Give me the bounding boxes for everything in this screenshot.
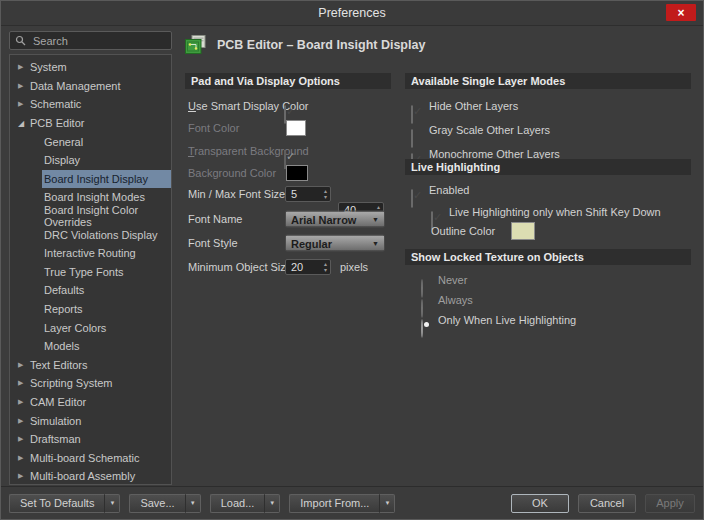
chevron-right-icon[interactable]: ▶ bbox=[18, 472, 30, 480]
sidebar-item-label: Board Insight Display bbox=[44, 173, 148, 185]
font-color-swatch[interactable] bbox=[286, 120, 306, 136]
sidebar-item-label: CAM Editor bbox=[30, 396, 86, 408]
minimum-object-size-spinner[interactable]: 20 ▴▾ bbox=[285, 259, 331, 275]
min-font-size-spinner[interactable]: 5 ▴▾ bbox=[285, 186, 331, 202]
sidebar-item-data-management[interactable]: ▶Data Management bbox=[10, 77, 171, 96]
sidebar-item-true-type-fonts[interactable]: True Type Fonts bbox=[42, 263, 171, 282]
sidebar-item-schematic[interactable]: ▶Schematic bbox=[10, 95, 171, 114]
sidebar-item-cam-editor[interactable]: ▶CAM Editor bbox=[10, 393, 171, 412]
shift-key-only-row: Live Highlighting only when Shift Key Do… bbox=[405, 203, 691, 221]
minimum-object-size-label: Minimum Object Size bbox=[188, 261, 292, 273]
sidebar-item-multi-board-assembly[interactable]: ▶Multi-board Assembly bbox=[10, 467, 171, 485]
ok-button[interactable]: OK bbox=[511, 494, 569, 513]
import-from-button[interactable]: Import From... bbox=[289, 494, 379, 513]
dialog-action-buttons: OK Cancel Apply bbox=[511, 494, 695, 513]
preferences-dialog: Preferences × ▶System ▶Data Management ▶… bbox=[0, 0, 704, 520]
section-header-live-highlighting: Live Highlighting bbox=[405, 159, 691, 175]
gray-scale-other-layers-row: Gray Scale Other Layers bbox=[405, 121, 691, 139]
save-dropdown-arrow[interactable]: ▼ bbox=[185, 494, 201, 513]
font-style-label: Font Style bbox=[188, 237, 238, 249]
load-dropdown-arrow[interactable]: ▼ bbox=[264, 494, 280, 513]
chevron-right-icon[interactable]: ▶ bbox=[18, 361, 30, 369]
min-max-font-size-label: Min / Max Font Size bbox=[188, 188, 285, 200]
apply-button: Apply bbox=[645, 494, 695, 513]
sidebar-item-defaults[interactable]: Defaults bbox=[42, 281, 171, 300]
sidebar-item-label: Board Insight Color Overrides bbox=[44, 204, 171, 228]
spinner-arrows-icon[interactable]: ▴▾ bbox=[324, 261, 327, 273]
sidebar-item-interactive-routing[interactable]: Interactive Routing bbox=[42, 244, 171, 263]
sidebar-item-display[interactable]: Display bbox=[42, 151, 171, 170]
background-color-swatch[interactable] bbox=[286, 165, 308, 181]
chevron-right-icon[interactable]: ▶ bbox=[18, 100, 30, 108]
search-box[interactable] bbox=[9, 31, 172, 50]
search-input[interactable] bbox=[31, 34, 165, 48]
font-style-value: Regular bbox=[291, 237, 332, 249]
sidebar-item-label: Data Management bbox=[30, 80, 121, 92]
sidebar-item-reports[interactable]: Reports bbox=[42, 300, 171, 319]
chevron-right-icon[interactable]: ▶ bbox=[18, 417, 30, 425]
transparent-background-row: Transparent Background bbox=[185, 142, 397, 160]
save-button[interactable]: Save... bbox=[129, 494, 184, 513]
sidebar-item-label: Text Editors bbox=[30, 359, 87, 371]
font-style-dropdown[interactable]: Regular ▼ bbox=[285, 235, 385, 252]
sidebar-item-board-insight-display[interactable]: Board Insight Display bbox=[42, 170, 171, 189]
chevron-down-icon[interactable]: ◢ bbox=[18, 119, 30, 128]
chevron-right-icon[interactable]: ▶ bbox=[18, 63, 30, 71]
use-smart-display-color-row: Use Smart Display Color bbox=[185, 97, 397, 115]
sidebar-item-drc-violations-display[interactable]: DRC Violations Display bbox=[42, 225, 171, 244]
main-panel: PCB Editor – Board Insight Display Pad a… bbox=[177, 29, 696, 486]
sidebar-item-multi-board-schematic[interactable]: ▶Multi-board Schematic bbox=[10, 448, 171, 467]
sidebar-item-label: Draftsman bbox=[30, 433, 81, 445]
page-header: PCB Editor – Board Insight Display bbox=[185, 35, 425, 54]
cancel-button[interactable]: Cancel bbox=[578, 494, 636, 513]
sidebar-item-system[interactable]: ▶System bbox=[10, 58, 171, 77]
close-button[interactable]: × bbox=[666, 4, 696, 21]
only-when-live-highlighting-label: Only When Live Highlighting bbox=[438, 314, 576, 326]
chevron-right-icon[interactable]: ▶ bbox=[18, 435, 30, 443]
outline-color-swatch[interactable] bbox=[511, 222, 535, 240]
import-from-dropdown-arrow[interactable]: ▼ bbox=[379, 494, 395, 513]
only-when-live-highlighting-radio[interactable] bbox=[421, 319, 423, 338]
sidebar-item-text-editors[interactable]: ▶Text Editors bbox=[10, 356, 171, 375]
sidebar-item-general[interactable]: General bbox=[42, 132, 171, 151]
chevron-down-icon: ▼ bbox=[372, 240, 379, 247]
sidebar-item-board-insight-color-overrides[interactable]: Board Insight Color Overrides bbox=[42, 207, 171, 226]
sidebar-item-scripting-system[interactable]: ▶Scripting System bbox=[10, 374, 171, 393]
font-name-dropdown[interactable]: Arial Narrow ▼ bbox=[285, 211, 385, 228]
chevron-down-icon: ▼ bbox=[372, 216, 379, 223]
load-button[interactable]: Load... bbox=[210, 494, 265, 513]
sidebar-item-simulation[interactable]: ▶Simulation bbox=[10, 411, 171, 430]
never-label: Never bbox=[438, 274, 467, 286]
window-title: Preferences bbox=[318, 6, 385, 20]
save-split-button: Save... ▼ bbox=[129, 494, 200, 513]
title-bar[interactable]: Preferences × bbox=[1, 1, 703, 26]
spinner-arrows-icon[interactable]: ▴▾ bbox=[324, 188, 327, 200]
chevron-down-icon: ▼ bbox=[190, 500, 196, 506]
outline-color-label: Outline Color bbox=[431, 225, 495, 237]
font-color-row: Font Color bbox=[185, 119, 397, 137]
chevron-right-icon[interactable]: ▶ bbox=[18, 379, 30, 387]
set-to-defaults-button[interactable]: Set To Defaults bbox=[9, 494, 104, 513]
sidebar-item-layer-colors[interactable]: Layer Colors bbox=[42, 318, 171, 337]
footer-bar: Set To Defaults ▼ Save... ▼ Load... ▼ Im… bbox=[1, 486, 703, 519]
sidebar-item-pcb-editor[interactable]: ◢PCB Editor bbox=[10, 114, 171, 133]
sidebar-item-models[interactable]: Models bbox=[42, 337, 171, 356]
live-highlighting-enabled-row: Enabled bbox=[405, 181, 691, 199]
sidebar-item-label: Reports bbox=[44, 303, 83, 315]
chevron-right-icon[interactable]: ▶ bbox=[18, 398, 30, 406]
min-max-font-size-row: Min / Max Font Size 5 ▴▾ 40 ▴▾ bbox=[185, 185, 397, 203]
sidebar-item-label: Simulation bbox=[30, 415, 81, 427]
chevron-right-icon[interactable]: ▶ bbox=[18, 82, 30, 90]
chevron-right-icon[interactable]: ▶ bbox=[18, 454, 30, 462]
close-icon: × bbox=[677, 7, 684, 19]
sidebar-item-draftsman[interactable]: ▶Draftsman bbox=[10, 430, 171, 449]
preferences-tree: ▶System ▶Data Management ▶Schematic ◢PCB… bbox=[9, 54, 172, 485]
font-name-label: Font Name bbox=[188, 213, 242, 225]
sidebar-item-label: Scripting System bbox=[30, 377, 113, 389]
gray-scale-other-layers-label: Gray Scale Other Layers bbox=[429, 124, 550, 136]
set-to-defaults-dropdown-arrow[interactable]: ▼ bbox=[104, 494, 120, 513]
background-color-label: Background Color bbox=[188, 167, 276, 179]
hide-other-layers-label: Hide Other Layers bbox=[429, 100, 518, 112]
font-name-row: Font Name Arial Narrow ▼ bbox=[185, 210, 397, 228]
sidebar-item-label: DRC Violations Display bbox=[44, 229, 158, 241]
